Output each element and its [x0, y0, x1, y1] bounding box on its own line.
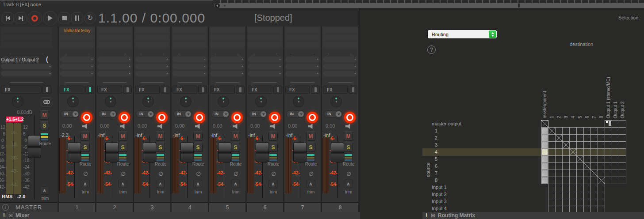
matrix-cell[interactable] — [619, 127, 626, 135]
track-fx-indicator[interactable] — [198, 86, 207, 94]
go-to-end-button[interactable] — [15, 12, 27, 24]
track-volume-value[interactable]: 0.00 — [138, 123, 147, 128]
matrix-cell[interactable] — [576, 148, 584, 156]
matrix-cell[interactable] — [548, 155, 556, 163]
track-route-button[interactable] — [306, 153, 315, 162]
track-send-slot[interactable] — [60, 71, 94, 76]
matrix-cell[interactable] — [569, 155, 577, 163]
track-send-slot[interactable] — [248, 71, 282, 76]
track-mute-button[interactable]: M — [80, 132, 90, 141]
matrix-cell[interactable] — [605, 120, 612, 128]
track-meter[interactable] — [59, 138, 66, 193]
track-fx-slot[interactable] — [210, 34, 245, 41]
matrix-cell[interactable] — [583, 162, 591, 170]
info-icon[interactable]: i — [2, 204, 9, 211]
track-fx-indicator[interactable] — [85, 86, 94, 94]
matrix-cell[interactable] — [541, 134, 548, 142]
track-mute-button[interactable]: M — [193, 132, 203, 141]
track-record-arm-button[interactable] — [231, 112, 243, 123]
track-fx-slot[interactable]: ValhallaDelay — [60, 27, 94, 34]
master-send-slot[interactable] — [1, 71, 52, 76]
track-volume-value[interactable]: 0.00 — [288, 123, 297, 128]
matrix-cell[interactable] — [562, 191, 570, 198]
matrix-cell[interactable] — [605, 148, 612, 156]
matrix-cell[interactable] — [612, 148, 619, 156]
track-fx-indicator[interactable] — [123, 86, 132, 94]
track-fx-indicator[interactable] — [273, 86, 282, 94]
matrix-cell[interactable] — [541, 162, 548, 170]
matrix-cell[interactable] — [555, 184, 563, 191]
matrix-cell[interactable] — [562, 141, 570, 149]
matrix-cell[interactable] — [590, 148, 598, 156]
track-fx-indicator[interactable] — [349, 86, 357, 94]
speaker-icon[interactable] — [233, 124, 239, 129]
track-route-button[interactable] — [268, 153, 278, 162]
matrix-cell[interactable] — [562, 177, 570, 184]
matrix-cell[interactable] — [619, 177, 626, 184]
matrix-row-label[interactable]: Input 2 — [432, 191, 447, 198]
matrix-cell[interactable] — [548, 141, 556, 149]
speaker-icon[interactable] — [157, 124, 164, 129]
track-name-cell[interactable]: 3 — [134, 202, 170, 212]
track-mute-button[interactable]: M — [306, 132, 315, 141]
matrix-cell[interactable] — [562, 198, 570, 205]
speaker-icon[interactable] — [82, 124, 88, 129]
matrix-cell[interactable] — [612, 155, 619, 163]
track-pan-knob[interactable] — [105, 96, 116, 107]
scroll-left-button[interactable] — [215, 3, 220, 8]
track-record-arm-button[interactable] — [344, 112, 356, 123]
track-fx-button[interactable]: FX — [323, 86, 348, 94]
track-trim-button[interactable]: ∧ — [118, 180, 127, 188]
track-name-cell[interactable]: 6 — [247, 202, 283, 212]
track-fader[interactable] — [68, 142, 81, 162]
track-fader[interactable] — [218, 142, 231, 162]
track-route-button[interactable] — [344, 153, 353, 162]
matrix-cell[interactable] — [598, 148, 605, 156]
track-phase-button[interactable]: ∅ — [194, 170, 203, 178]
track-record-arm-button[interactable] — [307, 112, 318, 123]
matrix-cell[interactable] — [598, 205, 605, 212]
matrix-row-label[interactable]: master output — [432, 121, 461, 127]
track-meter[interactable] — [172, 138, 179, 193]
matrix-cell[interactable] — [598, 177, 605, 184]
track-send-slot[interactable] — [248, 57, 282, 62]
track-volume-value[interactable]: 0.00 — [62, 123, 72, 128]
track-trim-button[interactable]: ∧ — [268, 180, 278, 188]
matrix-cell[interactable] — [605, 141, 612, 149]
track-mute-button[interactable]: M — [268, 132, 278, 141]
speaker-icon[interactable] — [120, 124, 126, 129]
track-phase-button[interactable]: ∅ — [269, 170, 278, 178]
track-trim-button[interactable]: ∧ — [231, 180, 240, 188]
matrix-cell[interactable] — [619, 170, 626, 177]
track-fx-slot[interactable] — [210, 42, 245, 48]
track-route-button[interactable] — [193, 153, 203, 162]
matrix-cell[interactable] — [612, 120, 619, 128]
track-send-slot[interactable] — [135, 64, 169, 69]
matrix-cell[interactable] — [576, 198, 584, 205]
track-trim-button[interactable]: ∧ — [306, 180, 315, 188]
matrix-cell[interactable] — [576, 184, 584, 191]
master-output-send[interactable]: Output 1 / Output 2 — [1, 57, 39, 63]
matrix-cell[interactable] — [555, 205, 563, 212]
track-mute-button[interactable]: M — [118, 132, 127, 141]
matrix-cell[interactable] — [562, 184, 570, 191]
master-send-slot[interactable] — [1, 64, 52, 69]
track-solo-button[interactable]: S — [193, 143, 203, 152]
matrix-cell[interactable] — [598, 162, 605, 170]
track-fx-slot[interactable] — [172, 27, 207, 34]
track-trim-button[interactable]: ∧ — [156, 180, 165, 188]
master-fader[interactable] — [28, 135, 41, 158]
matrix-cell[interactable] — [562, 127, 570, 135]
track-send-slot[interactable] — [135, 57, 169, 62]
track-meter[interactable] — [247, 138, 254, 193]
track-fx-slot[interactable] — [210, 27, 245, 34]
track-fx-slot[interactable] — [248, 27, 282, 34]
matrix-cell[interactable] — [612, 134, 619, 142]
track-fx-indicator[interactable] — [161, 86, 169, 94]
master-volume-value[interactable]: 0.00dB — [17, 110, 32, 115]
matrix-cell[interactable] — [541, 177, 548, 184]
track-route-button[interactable] — [118, 153, 127, 162]
track-route-button[interactable] — [80, 153, 90, 162]
pause-button[interactable] — [71, 12, 83, 24]
track-volume-value[interactable]: 0.00 — [326, 123, 335, 128]
